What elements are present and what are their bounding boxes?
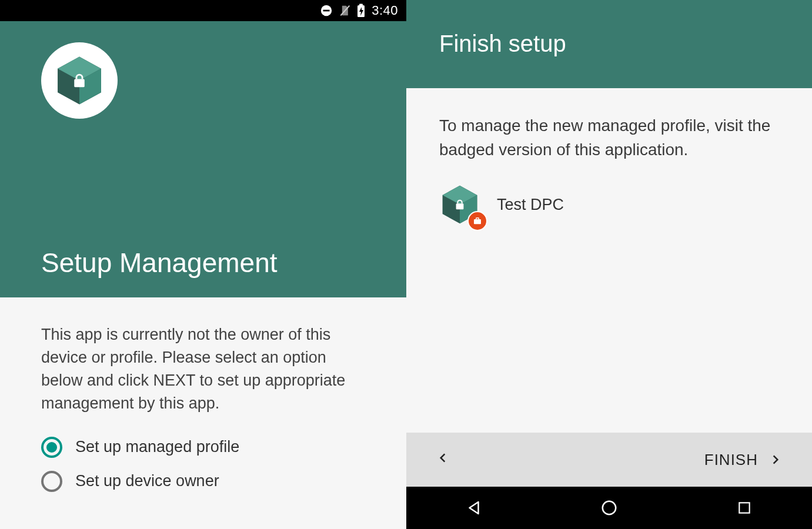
battery-charging-icon (356, 4, 366, 18)
screen-setup-management: 3:40 Setup Management Thi (0, 0, 406, 529)
svg-rect-17 (739, 503, 749, 513)
description-text: To manage the new managed profile, visit… (439, 114, 779, 162)
svg-rect-9 (74, 79, 85, 88)
svg-rect-1 (323, 10, 330, 12)
app-logo-badge (41, 42, 118, 119)
svg-rect-4 (359, 4, 363, 6)
page-title: Setup Management (41, 247, 365, 279)
screen-finish-setup: Finish setup To manage the new managed p… (406, 0, 812, 529)
do-not-disturb-icon (320, 4, 333, 17)
option-label: Set up managed profile (75, 438, 239, 456)
no-sim-icon (339, 4, 350, 17)
option-label: Set up device owner (75, 472, 219, 490)
lock-icon (453, 198, 466, 211)
back-button[interactable] (437, 448, 449, 471)
page-title: Finish setup (439, 31, 566, 57)
app-entry[interactable]: Test DPC (439, 184, 779, 225)
radio-icon (41, 471, 62, 492)
header: Setup Management (0, 21, 406, 297)
footer-bar: FINISH (406, 433, 812, 487)
status-time: 3:40 (372, 3, 398, 18)
nav-recents-button[interactable] (733, 496, 756, 520)
nav-back-button[interactable] (462, 496, 486, 520)
option-managed-profile[interactable]: Set up managed profile (41, 437, 365, 458)
nav-home-button[interactable] (597, 496, 621, 520)
content-area: To manage the new managed profile, visit… (406, 88, 812, 225)
svg-rect-15 (476, 218, 479, 220)
status-bar: 3:40 (0, 0, 406, 21)
app-hexagon-icon (54, 55, 105, 106)
svg-point-16 (603, 501, 616, 515)
chevron-right-icon (770, 452, 781, 467)
radio-icon (41, 437, 62, 458)
app-icon (439, 184, 480, 225)
svg-rect-13 (456, 203, 464, 209)
content-area: This app is currently not the owner of t… (0, 297, 406, 492)
app-name-label: Test DPC (497, 196, 564, 214)
navigation-bar (406, 487, 812, 529)
finish-label: FINISH (704, 451, 758, 469)
header: Finish setup (406, 0, 812, 88)
description-text: This app is currently not the owner of t… (41, 323, 365, 416)
option-device-owner[interactable]: Set up device owner (41, 471, 365, 492)
finish-button[interactable]: FINISH (704, 451, 781, 469)
options-group: Set up managed profile Set up device own… (41, 437, 365, 492)
work-badge-icon (467, 211, 487, 231)
lock-icon (71, 72, 88, 89)
